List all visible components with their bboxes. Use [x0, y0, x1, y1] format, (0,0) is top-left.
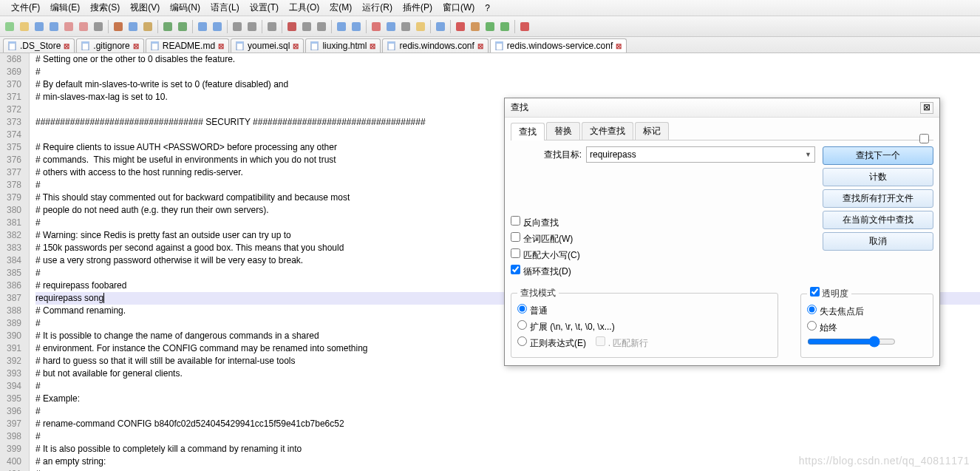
find-in-current-file-button[interactable]: 在当前文件中查找	[823, 211, 933, 229]
find-tab[interactable]: 标记	[635, 122, 669, 140]
cut-icon[interactable]	[112, 20, 125, 33]
close-icon[interactable]	[62, 20, 75, 33]
sync-icon[interactable]	[265, 20, 279, 33]
code-line[interactable]: # It is also possible to completely kill…	[35, 443, 980, 455]
find-all-open-files-button[interactable]: 查找所有打开文件	[823, 189, 933, 208]
close-icon[interactable]: ⊠	[133, 42, 139, 50]
play-icon[interactable]	[483, 20, 497, 33]
folder-icon[interactable]	[414, 20, 427, 33]
transparency-on-blur-radio[interactable]: 失去焦点后	[807, 303, 927, 319]
document-tab[interactable]: redis.windows.conf⊠	[382, 38, 488, 52]
line-number: 400	[4, 455, 21, 468]
find-tab[interactable]: 文件查找	[582, 122, 633, 140]
show-all-icon[interactable]	[300, 20, 313, 33]
code-line[interactable]: #	[35, 380, 980, 393]
menu-item[interactable]: 视图(V)	[125, 0, 165, 16]
menu-item[interactable]: 窗口(W)	[438, 0, 480, 16]
func-list-icon[interactable]	[399, 20, 412, 33]
find-target-input[interactable]	[590, 149, 805, 160]
redo-icon[interactable]	[176, 20, 189, 33]
menu-item[interactable]: 运行(R)	[357, 0, 398, 16]
mode-normal-radio[interactable]: 普通	[517, 302, 772, 319]
unfold-icon[interactable]	[350, 20, 363, 33]
code-line[interactable]: #	[35, 430, 980, 443]
code-line[interactable]: # Example:	[35, 393, 980, 405]
spell-check-icon[interactable]	[518, 20, 531, 33]
transparency-slider[interactable]	[807, 336, 896, 348]
indent-guide-icon[interactable]	[315, 20, 328, 33]
play-multi-icon[interactable]	[498, 20, 511, 33]
menu-item[interactable]: 设置(T)	[245, 0, 284, 16]
stop-icon[interactable]	[469, 20, 482, 33]
close-all-icon[interactable]	[77, 20, 90, 33]
close-icon[interactable]: ⊠	[218, 42, 224, 50]
word-wrap-icon[interactable]	[285, 20, 299, 33]
menu-item[interactable]: 语言(L)	[205, 0, 245, 16]
tab-label: .gitignore	[93, 41, 129, 51]
document-tab[interactable]: youmei.sql⊠	[231, 38, 304, 52]
document-tab[interactable]: .DS_Store⊠	[3, 38, 75, 52]
match-case-checkbox[interactable]: 匹配大小写(C)	[511, 247, 815, 263]
document-tab[interactable]: .gitignore⊠	[76, 38, 143, 52]
chevron-down-icon[interactable]: ▼	[805, 151, 811, 158]
code-line[interactable]: # an empty string:	[35, 455, 980, 468]
menu-item[interactable]: 插件(P)	[398, 0, 438, 16]
monitor-icon[interactable]	[434, 20, 447, 33]
zoom-out-icon[interactable]	[245, 20, 259, 33]
reverse-search-checkbox[interactable]: 反向查找	[511, 214, 815, 231]
count-button[interactable]: 计数	[823, 168, 933, 186]
save-all-icon[interactable]	[47, 20, 61, 33]
mode-regex-radio[interactable]: 正则表达式(E) . 匹配新行	[517, 335, 772, 351]
extra-checkbox[interactable]	[919, 134, 929, 143]
menu-item[interactable]: ?	[480, 1, 495, 15]
mode-extended-radio[interactable]: 扩展 (\n, \r, \t, \0, \x...)	[517, 319, 772, 335]
cancel-button[interactable]: 取消	[823, 232, 933, 251]
close-icon[interactable]: ⊠	[370, 42, 375, 50]
line-number: 385	[4, 267, 21, 279]
wrap-around-checkbox[interactable]: 循环查找(D)	[511, 263, 815, 279]
undo-icon[interactable]	[161, 20, 174, 33]
menu-item[interactable]: 文件(F)	[6, 0, 45, 16]
match-newline-checkbox	[596, 336, 605, 346]
code-line[interactable]: # Setting one or the other to 0 disables…	[35, 53, 980, 66]
close-icon[interactable]: ⊠	[293, 42, 299, 50]
lang-icon[interactable]	[370, 20, 383, 33]
find-next-button[interactable]: 查找下一个	[823, 146, 933, 165]
find-tab[interactable]: 替换	[546, 122, 580, 140]
transparency-legend[interactable]: 透明度	[807, 287, 851, 300]
transparency-always-radio[interactable]: 始终	[807, 319, 927, 336]
zoom-in-icon[interactable]	[231, 20, 244, 33]
document-tab[interactable]: liuxing.html⊠	[305, 38, 381, 52]
document-tab[interactable]: redis.windows-service.conf⊠	[490, 38, 627, 52]
menu-item[interactable]: 编码(N)	[165, 0, 205, 16]
code-line[interactable]: # but not available for general clients.	[35, 367, 980, 380]
paste-icon[interactable]	[141, 20, 154, 33]
doc-map-icon[interactable]	[384, 20, 398, 33]
menu-item[interactable]: 搜索(S)	[85, 0, 125, 16]
document-tab[interactable]: README.md⊠	[146, 38, 229, 52]
open-icon[interactable]	[18, 20, 31, 33]
whole-word-checkbox[interactable]: 全词匹配(W)	[511, 231, 815, 247]
replace-icon[interactable]	[211, 20, 224, 33]
menu-item[interactable]: 宏(M)	[324, 0, 357, 16]
record-icon[interactable]	[454, 20, 467, 33]
code-line[interactable]: #	[35, 66, 980, 78]
menu-item[interactable]: 工具(O)	[284, 0, 324, 16]
close-icon[interactable]: ⊠	[64, 42, 69, 50]
code-line[interactable]: # By default min-slaves-to-write is set …	[35, 78, 980, 91]
close-icon[interactable]: ⊠	[920, 102, 933, 114]
code-line[interactable]: # rename-command CONFIG b840fc02d5240454…	[35, 418, 980, 430]
fold-icon[interactable]	[335, 20, 348, 33]
code-line[interactable]: #	[35, 468, 980, 471]
close-icon[interactable]: ⊠	[477, 42, 483, 50]
save-icon[interactable]	[33, 20, 46, 33]
close-icon[interactable]: ⊠	[616, 42, 622, 50]
copy-icon[interactable]	[126, 20, 140, 33]
print-icon[interactable]	[92, 20, 105, 33]
find-tab[interactable]: 查找	[511, 123, 545, 140]
find-target-combo[interactable]: ▼	[586, 146, 815, 163]
find-icon[interactable]	[196, 20, 209, 33]
code-line[interactable]: #	[35, 405, 980, 418]
menu-item[interactable]: 编辑(E)	[45, 0, 85, 16]
new-icon[interactable]	[3, 20, 16, 33]
